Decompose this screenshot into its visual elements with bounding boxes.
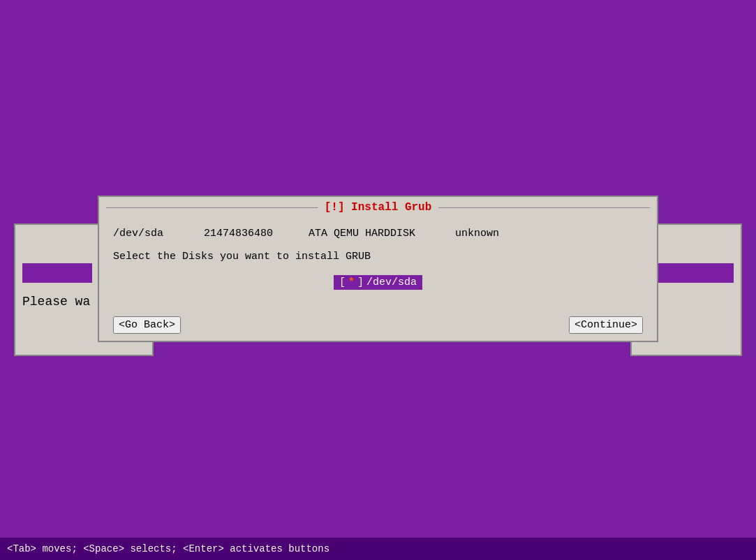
go-back-button[interactable]: <Go Back> <box>113 316 181 334</box>
checkbox-row: [*] /dev/sda <box>113 275 643 290</box>
disk-size: 21474836480 <box>204 228 288 240</box>
bg-dialog-left-text: Please wa <box>22 295 90 309</box>
bracket-close: ] <box>357 277 364 288</box>
disk-model: ATA QEMU HARDDISK <box>309 228 434 240</box>
dialog-buttons: <Go Back> <Continue> <box>99 314 657 341</box>
status-bar: <Tab> moves; <Space> selects; <Enter> ac… <box>0 538 756 560</box>
checkbox-marker: * <box>348 277 355 288</box>
title-line-left <box>106 207 318 208</box>
checkbox-sda[interactable]: [*] /dev/sda <box>334 275 422 290</box>
install-grub-dialog: [!] Install Grub /dev/sda 21474836480 AT… <box>98 196 658 342</box>
title-line-right <box>438 207 650 208</box>
disk-type: unknown <box>455 228 511 240</box>
dialog-title-bar: [!] Install Grub <box>99 197 657 218</box>
bracket-open: [ <box>339 277 346 288</box>
continue-button[interactable]: <Continue> <box>569 316 643 334</box>
disk-device: /dev/sda <box>113 228 183 240</box>
status-bar-text: <Tab> moves; <Space> selects; <Enter> ac… <box>7 543 329 554</box>
dialog-body: /dev/sda 21474836480 ATA QEMU HARDDISK u… <box>99 218 657 314</box>
checkbox-label: /dev/sda <box>366 277 417 288</box>
bg-dialog-left-purple-bar <box>22 263 92 283</box>
disk-info-row: /dev/sda 21474836480 ATA QEMU HARDDISK u… <box>113 228 643 240</box>
dialog-title: [!] Install Grub <box>318 201 439 214</box>
select-label: Select the Disks you want to install GRU… <box>113 251 643 263</box>
